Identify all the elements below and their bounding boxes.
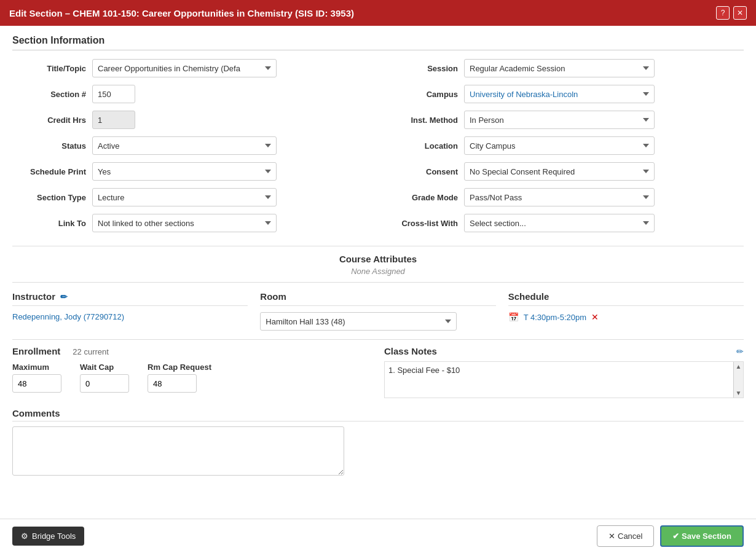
crosslist-row: Cross-list With Select section... — [390, 214, 744, 232]
crosslist-select[interactable]: Select section... — [464, 214, 655, 232]
location-label: Location — [390, 141, 458, 151]
title-topic-row: Title/Topic Career Opportunities in Chem… — [12, 59, 366, 77]
help-icon: ? — [721, 9, 725, 17]
enrollment-header: Enrollment 22 current — [12, 346, 372, 356]
title-topic-select[interactable]: Career Opportunities in Chemistry (Defa — [92, 59, 277, 77]
section-type-select[interactable]: Lecture — [92, 188, 277, 206]
section-type-label: Section Type — [12, 193, 86, 202]
lower-two-col: Enrollment 22 current Maximum Wait Cap R… — [12, 339, 744, 398]
scroll-up-icon[interactable]: ▲ — [734, 362, 743, 371]
room-select[interactable]: Hamilton Hall 133 (48) — [260, 312, 457, 331]
credit-hrs-input[interactable] — [92, 111, 135, 129]
footer-right: ✕ Cancel ✔ Save Section — [597, 525, 744, 547]
calendar-icon: 📅 — [508, 312, 519, 322]
schedule-time: T 4:30pm-5:20pm — [524, 313, 586, 322]
course-attributes-title: Course Attributes — [12, 254, 744, 264]
campus-select[interactable]: University of Nebraska-Lincoln — [464, 85, 655, 103]
inst-method-row: Inst. Method In Person — [390, 111, 744, 129]
three-col-section: Instructor ✏ Redepenning, Jody (77290712… — [12, 291, 744, 331]
close-button[interactable]: ✕ — [733, 6, 747, 20]
status-row: Status Active — [12, 136, 366, 155]
title-topic-label: Title/Topic — [12, 64, 86, 73]
header-icons: ? ✕ — [716, 6, 747, 20]
bridge-tools-button[interactable]: ⚙ Bridge Tools — [12, 527, 84, 546]
help-button[interactable]: ? — [716, 6, 730, 20]
instructor-name: Redepenning, Jody (77290712) — [12, 312, 248, 321]
comments-textarea[interactable] — [12, 426, 344, 476]
class-notes-edit-icon[interactable]: ✏ — [736, 347, 744, 356]
cancel-button[interactable]: ✕ Cancel — [597, 525, 654, 547]
enrollment-title: Enrollment — [12, 346, 60, 356]
room-col: Room Hamilton Hall 133 (48) — [260, 291, 495, 331]
schedule-print-label: Schedule Print — [12, 167, 86, 176]
enrollment-fields: Maximum Wait Cap Rm Cap Request — [12, 363, 372, 393]
modal-body: Section Information Title/Topic Career O… — [0, 26, 756, 519]
section-info-form: Title/Topic Career Opportunities in Chem… — [12, 59, 744, 240]
crosslist-label: Cross-list With — [390, 219, 458, 228]
status-label: Status — [12, 141, 86, 151]
remove-schedule-icon[interactable]: ✕ — [591, 312, 599, 322]
session-row: Session Regular Academic Session — [390, 59, 744, 77]
status-select[interactable]: Active — [92, 136, 277, 155]
section-num-label: Section # — [12, 90, 86, 99]
modal-header: Edit Section – CHEM 101-150: Career Oppo… — [0, 0, 756, 26]
instructor-title: Instructor ✏ — [12, 291, 248, 306]
campus-row: Campus University of Nebraska-Lincoln — [390, 85, 744, 103]
inst-method-select[interactable]: In Person — [464, 111, 655, 129]
inst-method-label: Inst. Method — [390, 116, 458, 125]
grade-mode-select[interactable]: Pass/Not Pass — [464, 188, 655, 206]
room-select-container: Hamilton Hall 133 (48) — [260, 312, 495, 331]
class-notes-scrollbar[interactable]: ▲ ▼ — [733, 362, 743, 398]
credit-hrs-row: Credit Hrs — [12, 111, 366, 129]
class-notes-content: 1. Special Fee - $10 ▲ ▼ — [384, 361, 744, 398]
maximum-label: Maximum — [12, 363, 61, 372]
schedule-item: 📅 T 4:30pm-5:20pm ✕ — [508, 312, 744, 322]
instructor-col: Instructor ✏ Redepenning, Jody (77290712… — [12, 291, 248, 331]
right-column: Session Regular Academic Session Campus … — [390, 59, 744, 240]
session-select[interactable]: Regular Academic Session — [464, 59, 655, 77]
grade-mode-row: Grade Mode Pass/Not Pass — [390, 188, 744, 206]
class-notes-header: Class Notes ✏ — [384, 346, 744, 356]
consent-label: Consent — [390, 167, 458, 176]
consent-select[interactable]: No Special Consent Required — [464, 162, 655, 181]
modal-footer: ⚙ Bridge Tools ✕ Cancel ✔ Save Section — [0, 519, 756, 553]
grade-mode-label: Grade Mode — [390, 193, 458, 202]
schedule-col: Schedule 📅 T 4:30pm-5:20pm ✕ — [508, 291, 744, 331]
maximum-input[interactable] — [12, 374, 61, 393]
location-select[interactable]: City Campus — [464, 136, 655, 155]
link-to-select[interactable]: Not linked to other sections — [92, 214, 277, 232]
session-label: Session — [390, 64, 458, 73]
schedule-print-select[interactable]: Yes — [92, 162, 277, 181]
close-icon: ✕ — [737, 9, 743, 17]
enrollment-current: 22 current — [73, 347, 109, 356]
link-to-row: Link To Not linked to other sections — [12, 214, 366, 232]
left-column: Title/Topic Career Opportunities in Chem… — [12, 59, 366, 240]
link-to-label: Link To — [12, 219, 86, 228]
maximum-field: Maximum — [12, 363, 61, 393]
tools-icon: ⚙ — [21, 531, 28, 541]
rm-cap-label: Rm Cap Request — [148, 363, 211, 372]
comments-section: Comments — [12, 408, 744, 477]
none-assigned-text: None Assigned — [12, 267, 744, 283]
wait-cap-field: Wait Cap — [80, 363, 129, 393]
consent-row: Consent No Special Consent Required — [390, 162, 744, 181]
instructor-edit-icon[interactable]: ✏ — [60, 292, 68, 302]
credit-hrs-label: Credit Hrs — [12, 116, 86, 125]
schedule-title: Schedule — [508, 291, 744, 306]
room-title: Room — [260, 291, 495, 306]
section-num-row: Section # — [12, 85, 366, 103]
section-type-row: Section Type Lecture — [12, 188, 366, 206]
section-info-heading: Section Information — [12, 35, 744, 50]
scroll-down-icon[interactable]: ▼ — [734, 388, 743, 398]
save-button[interactable]: ✔ Save Section — [660, 525, 744, 547]
wait-cap-input[interactable] — [80, 374, 129, 393]
schedule-print-row: Schedule Print Yes — [12, 162, 366, 181]
course-attributes-section: Course Attributes None Assigned — [12, 246, 744, 283]
modal-window: Edit Section – CHEM 101-150: Career Oppo… — [0, 0, 756, 553]
section-num-input[interactable] — [92, 85, 135, 103]
comments-title: Comments — [12, 408, 744, 422]
enrollment-section: Enrollment 22 current Maximum Wait Cap R… — [12, 346, 372, 398]
class-notes-title: Class Notes — [384, 346, 437, 356]
rm-cap-field: Rm Cap Request — [148, 363, 211, 393]
rm-cap-input[interactable] — [148, 374, 197, 393]
